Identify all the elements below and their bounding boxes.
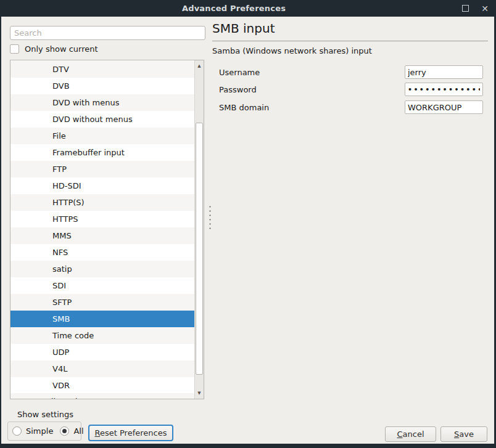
tree-item-label: VDR [52,381,70,390]
tree-scrollbar[interactable]: ▲ ▼ [194,60,204,399]
tree-item[interactable]: SMB [10,311,194,327]
cancel-button[interactable]: Cancel [385,426,436,442]
tree-item-label: FTP [52,165,67,174]
tree-item[interactable]: DVD without menus [10,111,194,128]
preferences-tree: DTV DVB DVD with menus DVD without menus… [10,60,204,399]
show-settings-label: Show settings [17,410,73,419]
tree-item[interactable]: DVD with menus [10,94,194,111]
close-icon: ✕ [481,4,489,13]
tree-item-label: HTTP(S) [52,198,85,207]
smb-domain-label: SMB domain [219,103,269,112]
tree-item-label: SFTP [52,298,72,307]
title-divider [212,41,488,41]
tree-item-label: File [52,131,66,141]
page-subtitle: Samba (Windows network shares) input [212,46,372,55]
tree-item[interactable]: satip [10,261,194,277]
tree-item[interactable]: DVB [10,78,194,94]
reset-preferences-button[interactable]: Reset Preferences [88,425,173,441]
tree-item-label: DVD with menus [52,98,119,107]
show-settings-radio-group: Simple All [7,422,81,441]
titlebar: Advanced Preferences ✕ [0,0,496,17]
tree-item[interactable]: HTTPS [10,211,194,227]
radio-simple-label: Simple [26,426,53,436]
only-show-current-label: Only show current [25,44,98,54]
tree-rows: DTV DVB DVD with menus DVD without menus… [10,61,194,394]
dialog-content: Only show current DTV DVB DVD with menus… [1,17,494,444]
tree-item-label: HTTPS [52,214,78,224]
smb-domain-field[interactable] [405,100,483,114]
tree-item[interactable]: File [10,128,194,144]
panel-splitter-handle[interactable] [209,205,211,229]
password-field[interactable] [405,83,483,96]
tree-item-label: SMB [52,314,70,324]
tree-item[interactable]: SFTP [10,294,194,311]
tree-item[interactable]: NFS [10,244,194,261]
tree-item-label: Time code [52,331,94,340]
advanced-preferences-window: Advanced Preferences ✕ Only show current… [0,0,496,448]
username-field[interactable] [405,65,483,79]
radio-all-label: All [73,426,83,436]
radio-all[interactable] [60,426,69,436]
tree-item[interactable]: DTV [10,61,194,78]
tree-item-partial[interactable]: ▸ Audio codecs [10,393,194,399]
tree-item[interactable]: VDR [10,377,194,394]
tree-item-label: HD-SDI [52,181,81,190]
save-button[interactable]: Save [440,426,487,442]
scroll-down-icon[interactable]: ▼ [195,388,204,399]
close-button[interactable]: ✕ [479,2,491,15]
tree-item[interactable]: V4L [10,360,194,377]
window-title: Advanced Preferences [182,4,286,13]
username-label: Username [219,68,260,77]
tree-item-label: V4L [52,364,67,373]
tree-item-label: UDP [52,348,69,357]
tree-item-label: MMS [52,231,72,240]
tree-item-label: satip [52,264,72,274]
scrollbar-thumb[interactable] [196,123,203,375]
titlebar-buttons: ✕ [459,0,491,17]
tree-item[interactable]: HTTP(S) [10,194,194,211]
password-label: Password [219,85,257,94]
tree-item[interactable]: HD-SDI [10,177,194,194]
maximize-button[interactable] [459,2,471,15]
tree-item-label: DVD without menus [52,115,133,124]
scroll-up-icon[interactable]: ▲ [195,60,204,71]
radio-simple[interactable] [12,426,22,436]
maximize-icon [462,5,469,12]
only-show-current-checkbox[interactable] [10,44,19,54]
tree-item[interactable]: Time code [10,327,194,344]
tree-item-label: NFS [52,248,68,257]
page-title: SMB input [212,21,275,36]
search-input[interactable] [10,26,205,40]
expander-icon: ▸ [29,394,32,399]
tree-item-label: Framebuffer input [52,148,125,157]
tree-item[interactable]: SDI [10,277,194,294]
tree-item-label: DTV [52,65,69,74]
tree-item[interactable]: MMS [10,227,194,244]
tree-item[interactable]: UDP [10,344,194,360]
tree-item-label: Audio codecs [38,394,91,399]
tree-item[interactable]: Framebuffer input [10,144,194,161]
tree-item-label: DVB [52,81,70,91]
tree-item-label: SDI [52,281,66,290]
only-show-current-row: Only show current [10,44,98,54]
tree-item[interactable]: FTP [10,161,194,177]
